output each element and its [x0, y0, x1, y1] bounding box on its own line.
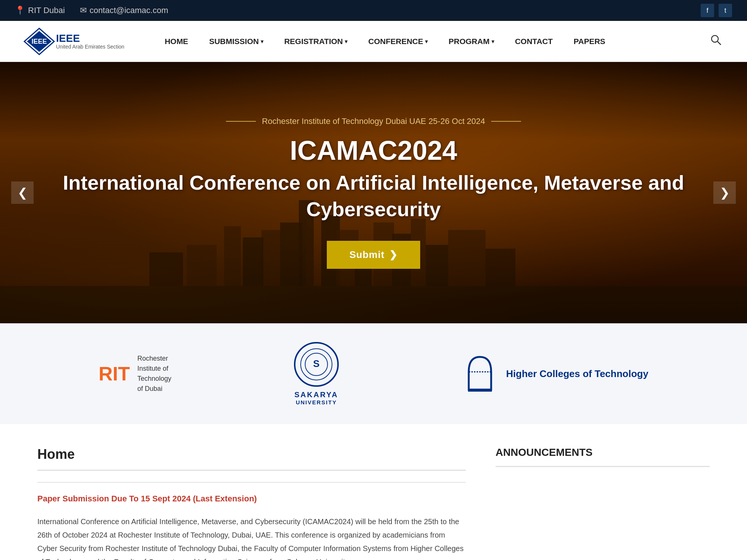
sakarya-text: SAKARYA UNIVERSITY — [294, 391, 338, 405]
hero-content: Rochester Institute of Technology Dubai … — [0, 116, 747, 268]
home-body-text: International Conference on Artificial I… — [37, 515, 466, 560]
top-bar-left: 📍 RIT Dubai ✉ contact@icamac.com — [15, 6, 168, 15]
location-item: 📍 RIT Dubai — [15, 6, 65, 15]
hct-logo-block: Higher Colleges of Technology — [461, 353, 648, 394]
nav-submission[interactable]: SUBMISSION ▾ — [199, 21, 274, 62]
announcement-link[interactable]: Paper Submission Due To 15 Sept 2024 (La… — [37, 494, 466, 504]
title-divider — [37, 482, 466, 483]
email-text: contact@icamac.com — [90, 6, 168, 15]
hero-location-text: Rochester Institute of Technology Dubai … — [262, 116, 485, 126]
carousel-prev-button[interactable]: ❮ — [11, 181, 34, 204]
submission-caret: ▾ — [261, 38, 263, 44]
carousel-next-button[interactable]: ❯ — [713, 181, 736, 204]
location-icon: 📍 — [15, 6, 25, 15]
program-caret: ▾ — [492, 38, 494, 44]
email-item: ✉ contact@icamac.com — [80, 6, 168, 15]
submit-arrow-icon: ❯ — [389, 249, 398, 261]
rit-logo-block: RIT RochesterInstitute ofTechnologyof Du… — [99, 354, 171, 394]
sakarya-emblem: S — [300, 348, 333, 381]
home-section-title: Home — [37, 447, 466, 471]
logos-section: RIT RochesterInstitute ofTechnologyof Du… — [0, 323, 747, 424]
conference-caret: ▾ — [425, 38, 428, 44]
svg-text:S: S — [313, 358, 319, 369]
logo-text-area: IEEE United Arab Emirates Section — [56, 33, 124, 50]
hero-section: ❮ Rochester Institute of Technology Duba… — [0, 62, 747, 323]
nav-program[interactable]: PROGRAM ▾ — [438, 21, 505, 62]
nav-contact[interactable]: CONTACT — [505, 21, 563, 62]
logo-main-text: IEEE — [56, 33, 124, 44]
facebook-button[interactable]: f — [701, 4, 714, 17]
logo-area: IEEE IEEE United Arab Emirates Section — [22, 27, 124, 56]
sakarya-logo-block: S SAKARYA UNIVERSITY — [294, 342, 339, 405]
search-button[interactable] — [707, 31, 725, 51]
social-links: f t — [701, 4, 732, 17]
hct-name-text: Higher Colleges of Technology — [506, 367, 648, 380]
svg-point-3 — [712, 35, 718, 42]
registration-caret: ▾ — [345, 38, 347, 44]
top-bar: 📍 RIT Dubai ✉ contact@icamac.com f t — [0, 0, 747, 21]
announcements-title: ANNOUNCEMENTS — [496, 447, 710, 467]
submit-button[interactable]: Submit ❯ — [327, 241, 420, 269]
rit-logo-text: RIT — [99, 364, 130, 383]
search-icon — [710, 34, 722, 46]
rit-sub-text: RochesterInstitute ofTechnologyof Dubai — [137, 354, 171, 394]
svg-rect-5 — [0, 286, 747, 323]
svg-line-4 — [717, 41, 721, 45]
twitter-button[interactable]: t — [719, 4, 732, 17]
ieee-logo: IEEE — [22, 27, 56, 56]
hct-arch-icon — [461, 353, 499, 394]
nav-papers[interactable]: PAPERS — [563, 21, 616, 62]
hero-location: Rochester Institute of Technology Dubai … — [37, 116, 710, 126]
navbar: IEEE IEEE United Arab Emirates Section H… — [0, 21, 747, 62]
content-right: ANNOUNCEMENTS — [496, 447, 710, 560]
hero-subtitle: International Conference on Artificial I… — [37, 169, 710, 222]
submit-label: Submit — [349, 249, 384, 261]
content-left: Home Paper Submission Due To 15 Sept 202… — [37, 447, 466, 560]
email-icon: ✉ — [80, 6, 87, 15]
hero-line-left — [226, 121, 256, 122]
nav-links: HOME SUBMISSION ▾ REGISTRATION ▾ CONFERE… — [154, 21, 707, 62]
location-text: RIT Dubai — [28, 6, 65, 15]
hero-line-right — [491, 121, 521, 122]
hero-title: ICAMAC2024 — [37, 135, 710, 166]
main-content: Home Paper Submission Due To 15 Sept 202… — [0, 424, 747, 560]
nav-home[interactable]: HOME — [154, 21, 199, 62]
svg-rect-26 — [468, 389, 492, 392]
nav-conference[interactable]: CONFERENCE ▾ — [358, 21, 438, 62]
svg-text:IEEE: IEEE — [31, 38, 47, 45]
sakarya-circle: S — [294, 342, 339, 387]
nav-registration[interactable]: REGISTRATION ▾ — [274, 21, 358, 62]
logo-sub-text: United Arab Emirates Section — [56, 44, 124, 50]
